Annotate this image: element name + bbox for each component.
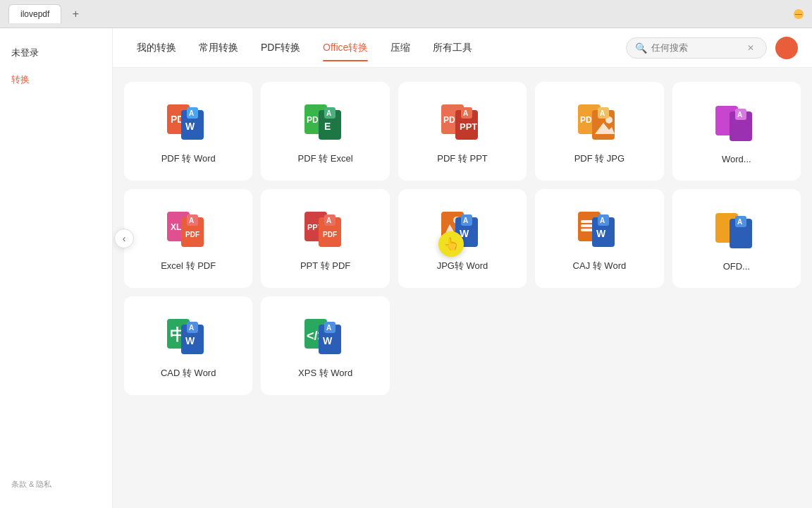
tool-ofd-label: OFD... bbox=[723, 261, 750, 272]
tools-grid-row3: 中 W A CAD 转 Word bbox=[124, 296, 801, 395]
svg-text:W: W bbox=[185, 335, 195, 346]
tool-pdf-to-ppt-label: PDF 转 PPT bbox=[437, 152, 488, 165]
svg-text:W: W bbox=[185, 121, 195, 132]
tool-xps-to-word-label: XPS 转 Word bbox=[298, 367, 352, 380]
svg-text:XL: XL bbox=[171, 222, 181, 232]
nav-common-convert[interactable]: 常用转换 bbox=[189, 36, 248, 60]
svg-text:A: A bbox=[189, 109, 194, 117]
svg-text:A: A bbox=[326, 324, 331, 332]
tool-xps-to-word[interactable]: </> W A XPS 转 Word bbox=[261, 296, 389, 395]
svg-text:PPT: PPT bbox=[460, 121, 477, 132]
ppt-to-pdf-icon: PPT PDF A bbox=[304, 207, 347, 250]
tool-jpg-to-word-label: JPG转 Word bbox=[437, 260, 488, 272]
tool-pdf-to-jpg-label: PDF 转 JPG bbox=[574, 152, 625, 165]
svg-text:A: A bbox=[463, 109, 468, 117]
tool-cad-to-word[interactable]: 中 W A CAD 转 Word bbox=[124, 296, 252, 395]
tool-pdf-to-excel[interactable]: PDF E A PDF 转 Excel bbox=[261, 82, 389, 181]
xps-to-word-icon: </> W A bbox=[304, 315, 347, 357]
tool-caj-to-word[interactable]: W A CAJ 转 Word bbox=[535, 189, 663, 288]
tools-row-1: PDF W A PDF 转 Word bbox=[124, 82, 801, 181]
sidebar: 未登录 转换 条款 & 隐私 bbox=[0, 28, 113, 508]
pdf-to-ppt-icon: PDF PPT A bbox=[441, 100, 484, 143]
content-area: PDF W A PDF 转 Word bbox=[113, 68, 812, 508]
tool-cad-to-word-label: CAD 转 Word bbox=[161, 367, 216, 380]
search-clear-icon[interactable]: ✕ bbox=[747, 43, 754, 53]
minimize-button[interactable]: — bbox=[794, 9, 804, 19]
svg-text:W: W bbox=[323, 335, 333, 346]
svg-text:W: W bbox=[460, 228, 469, 239]
svg-text:A: A bbox=[463, 217, 468, 224]
svg-text:A: A bbox=[189, 324, 194, 332]
browser-bar: ilovepdf + — bbox=[0, 0, 812, 28]
cad-to-word-icon: 中 W A bbox=[167, 315, 209, 357]
pdf-to-excel-icon: PDF E A bbox=[304, 100, 347, 143]
svg-text:PDF: PDF bbox=[323, 231, 337, 238]
svg-text:A: A bbox=[600, 109, 605, 117]
svg-text:W: W bbox=[596, 228, 606, 239]
main-content: 我的转换 常用转换 PDF转换 Office转换 压缩 所有工具 🔍 ✕ bbox=[113, 28, 812, 508]
pdf-to-word-icon: PDF W A bbox=[167, 100, 209, 143]
nav-pdf-convert[interactable]: PDF转换 bbox=[251, 36, 310, 60]
svg-text:A: A bbox=[326, 109, 331, 117]
ofd-partial-icon: A bbox=[715, 209, 758, 251]
svg-text:A: A bbox=[326, 217, 331, 224]
excel-to-pdf-icon: XL PDF A bbox=[167, 207, 209, 250]
nav-compress[interactable]: 压缩 bbox=[381, 36, 420, 60]
search-icon: 🔍 bbox=[635, 42, 647, 54]
browser-tab[interactable]: ilovepdf bbox=[8, 4, 61, 23]
tool-word-partial[interactable]: A Word... bbox=[672, 82, 801, 181]
tools-grid-row2: XL PDF A Excel 转 PDF bbox=[124, 189, 801, 288]
nav-my-convert[interactable]: 我的转换 bbox=[127, 36, 186, 60]
tool-caj-to-word-label: CAJ 转 Word bbox=[573, 260, 627, 272]
new-tab-button[interactable]: + bbox=[67, 6, 84, 23]
tool-pdf-to-word[interactable]: PDF W A PDF 转 Word bbox=[124, 82, 252, 181]
tool-ofd-partial[interactable]: A OFD... bbox=[672, 189, 801, 288]
tool-ppt-to-pdf[interactable]: PPT PDF A PPT 转 PDF bbox=[261, 189, 389, 288]
row2-wrapper: ‹ XL PDF A bbox=[124, 189, 801, 288]
pdf-to-jpg-icon: PDF A bbox=[578, 100, 620, 143]
nav-office-convert[interactable]: Office转换 bbox=[313, 36, 378, 60]
svg-text:A: A bbox=[737, 218, 742, 226]
sidebar-footer[interactable]: 条款 & 隐私 bbox=[0, 472, 112, 497]
tool-ppt-to-pdf-label: PPT 转 PDF bbox=[300, 260, 350, 272]
svg-text:PDF: PDF bbox=[185, 231, 199, 238]
top-nav: 我的转换 常用转换 PDF转换 Office转换 压缩 所有工具 🔍 ✕ bbox=[113, 28, 812, 68]
search-box[interactable]: 🔍 ✕ bbox=[626, 37, 767, 59]
tool-jpg-to-word[interactable]: W A JPG转 Word bbox=[398, 189, 527, 288]
tool-pdf-to-jpg[interactable]: PDF A PDF 转 JPG bbox=[535, 82, 663, 181]
svg-text:A: A bbox=[600, 217, 605, 224]
word-partial-icon: A bbox=[715, 102, 758, 144]
tool-word-partial-label: Word... bbox=[722, 154, 751, 164]
avatar[interactable] bbox=[775, 37, 798, 59]
not-logged-label: 未登录 bbox=[0, 40, 112, 66]
nav-all-tools[interactable]: 所有工具 bbox=[423, 36, 482, 60]
svg-text:A: A bbox=[737, 111, 742, 119]
svg-text:E: E bbox=[324, 121, 331, 132]
tool-excel-to-pdf[interactable]: XL PDF A Excel 转 PDF bbox=[124, 189, 252, 288]
sidebar-conversion-item[interactable]: 转换 bbox=[0, 66, 112, 93]
nav-left-arrow[interactable]: ‹ bbox=[114, 229, 134, 248]
search-input[interactable] bbox=[651, 42, 743, 53]
caj-to-word-icon: W A bbox=[578, 207, 620, 250]
tool-pdf-to-ppt[interactable]: PDF PPT A PDF 转 PPT bbox=[398, 82, 527, 181]
tool-excel-to-pdf-label: Excel 转 PDF bbox=[161, 260, 216, 272]
tool-pdf-to-excel-label: PDF 转 Excel bbox=[298, 152, 353, 165]
svg-text:A: A bbox=[189, 217, 194, 224]
app-container: 未登录 转换 条款 & 隐私 我的转换 常用转换 PDF转换 Office转换 … bbox=[0, 28, 812, 508]
tools-grid-row1: PDF W A PDF 转 Word bbox=[124, 82, 801, 181]
jpg-to-word-icon: W A bbox=[441, 207, 484, 250]
tool-pdf-to-word-label: PDF 转 Word bbox=[161, 152, 216, 165]
